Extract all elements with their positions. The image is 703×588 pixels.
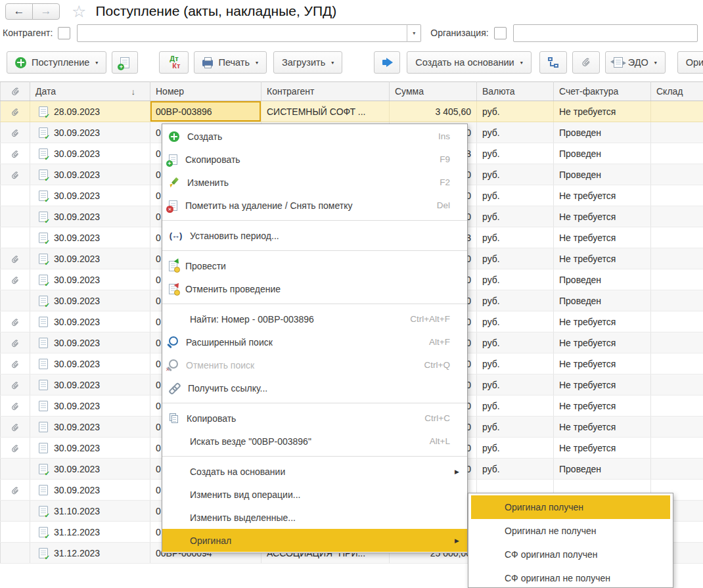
submenu-item[interactable]: Оригинал не получен (468, 519, 673, 543)
column-header-currency[interactable]: Валюта (477, 82, 554, 101)
column-header-invoice[interactable]: Счет-фактура (554, 82, 651, 101)
date-value: 30.09.2023 (54, 170, 100, 180)
doc-status-icon (39, 359, 48, 369)
column-header-number[interactable]: Номер (150, 82, 261, 101)
counterparty-dropdown-button[interactable]: ▾ (407, 24, 421, 42)
context-menu-item[interactable]: Копировать Ctrl+C (162, 407, 467, 430)
back-icon: ← (14, 5, 25, 18)
column-header-label: Сумма (395, 86, 424, 97)
back-button[interactable]: ← (5, 3, 33, 20)
organization-checkbox[interactable] (494, 27, 507, 39)
paperclip-icon (11, 423, 20, 432)
chevron-down-icon: ▾ (95, 60, 98, 66)
doc-status-icon (39, 527, 48, 537)
organization-input[interactable] (513, 24, 698, 42)
cell-clip (1, 459, 30, 480)
cell-invoice: Не требуется (554, 227, 651, 248)
context-menu-item[interactable]: Создать на основании ▶ (162, 460, 467, 483)
cell-currency: руб. (477, 143, 554, 164)
attachments-button[interactable] (572, 51, 600, 74)
context-menu-item[interactable]: Найти: Номер - 00ВР-003896 Ctrl+Alt+F (162, 307, 467, 330)
filter-bar: Контрагент: ▾ Организация: (0, 22, 703, 43)
menu-separator (162, 456, 467, 457)
submenu-item[interactable]: Оригинал получен (471, 495, 670, 519)
structure-button[interactable] (539, 51, 567, 74)
print-button[interactable]: Печать ▾ (194, 51, 267, 74)
edo-button[interactable]: ЭДО ▾ (605, 51, 666, 74)
context-menu-item[interactable]: Отменить поиск Ctrl+Q (162, 353, 467, 376)
menu-item-label: Провести (185, 261, 438, 271)
context-menu-item[interactable]: Получить ссылку... (162, 376, 467, 399)
favorite-star-icon[interactable]: ☆ (72, 3, 86, 20)
cell-clip (1, 290, 30, 311)
number-value: 0 (156, 338, 161, 348)
counterparty-input[interactable] (77, 24, 407, 42)
create-receipt-label: Поступление (32, 57, 89, 68)
column-header-sum[interactable]: Сумма (390, 82, 477, 101)
history-nav-group: ← → (5, 3, 60, 20)
menu-separator (162, 250, 467, 251)
context-menu-item[interactable]: Скопировать F9 (162, 148, 467, 171)
counterparty-checkbox[interactable] (58, 27, 70, 39)
column-header-clip[interactable] (1, 82, 30, 101)
context-menu-item[interactable]: Пометить на удаление / Снять пометку Del (162, 194, 467, 217)
cell-date: 30.09.2023 (30, 185, 150, 206)
cell-date: 30.09.2023 (30, 417, 150, 438)
date-value: 30.09.2023 (54, 317, 100, 327)
date-value: 30.09.2023 (54, 359, 100, 369)
invoice-status-value: Не требуется (559, 212, 616, 222)
menu-item-label: Искать везде "00ВР-003896" (190, 436, 418, 447)
dtkt-postings-button[interactable]: Дт Кт (159, 51, 189, 74)
date-value: 30.09.2023 (54, 212, 100, 222)
context-menu-item[interactable]: Расширенный поиск Alt+F (162, 330, 467, 353)
load-button[interactable]: Загрузить ▾ (273, 51, 342, 74)
column-header-label: Номер (156, 86, 184, 97)
column-header-label: Валюта (482, 86, 515, 97)
submenu-item[interactable]: СФ оригинал не получен (468, 566, 673, 588)
column-header-label: Склад (656, 86, 683, 97)
number-value: 0 (156, 401, 161, 411)
context-menu-item[interactable]: Отменить проведение (162, 277, 467, 300)
doc-status-icon (39, 127, 48, 138)
cell-clip (1, 522, 30, 543)
context-menu-item[interactable]: Установить период... (162, 224, 467, 247)
forward-button[interactable]: → (32, 3, 60, 20)
context-menu-item[interactable]: Изменить F2 (162, 171, 467, 194)
menu-separator (162, 403, 467, 403)
context-menu-item[interactable]: Провести (162, 254, 467, 277)
number-value: 0 (156, 422, 161, 432)
cell-clip (1, 185, 30, 206)
context-menu-item[interactable]: Оригинал ▶ (162, 529, 467, 552)
submenu-arrow-icon: ▶ (453, 537, 459, 544)
cell-date: 31.12.2023 (30, 543, 150, 564)
original-button[interactable]: Ори (677, 51, 703, 74)
paperclip-icon (581, 57, 591, 68)
context-menu-item[interactable]: Создать Ins (162, 125, 467, 148)
create-receipt-button[interactable]: Поступление ▾ (7, 51, 106, 74)
menu-item-label: Создать (187, 131, 426, 142)
context-menu-item[interactable]: Искать везде "00ВР-003896" Alt+L (162, 430, 467, 453)
create-based-on-button[interactable]: Создать на основании ▾ (407, 51, 531, 74)
date-value: 30.09.2023 (54, 148, 100, 159)
context-menu-item[interactable]: Изменить выделенные... (162, 506, 467, 529)
menu-item-icon (169, 512, 182, 524)
context-menu-item[interactable]: Изменить вид операции... (162, 483, 467, 506)
currency-value: руб. (482, 191, 500, 201)
post-icon (169, 261, 177, 271)
table-row[interactable]: 28.09.2023 00ВР-003896 СИСТЕМНЫЙ СОФТ ..… (1, 101, 703, 122)
paperclip-icon (11, 150, 20, 159)
cell-clip (1, 164, 30, 185)
menu-item-shortcut: Ins (438, 131, 450, 141)
menu-item-shortcut: F9 (440, 154, 450, 164)
edo-label: ЭДО (628, 57, 648, 68)
cell-invoice: Проведен (554, 269, 651, 290)
submenu-item[interactable]: СФ оригинал получен (468, 543, 673, 566)
doc-status-icon (39, 422, 48, 432)
paperclip-icon (11, 87, 20, 97)
copy-document-button[interactable] (112, 51, 138, 74)
column-header-counterparty[interactable]: Контрагент (261, 82, 390, 101)
sum-value: 3 405,60 (436, 106, 472, 117)
column-header-warehouse[interactable]: Склад (651, 82, 703, 101)
column-header-date[interactable]: Дата ↓ (30, 82, 150, 101)
forward-document-button[interactable] (374, 51, 400, 74)
